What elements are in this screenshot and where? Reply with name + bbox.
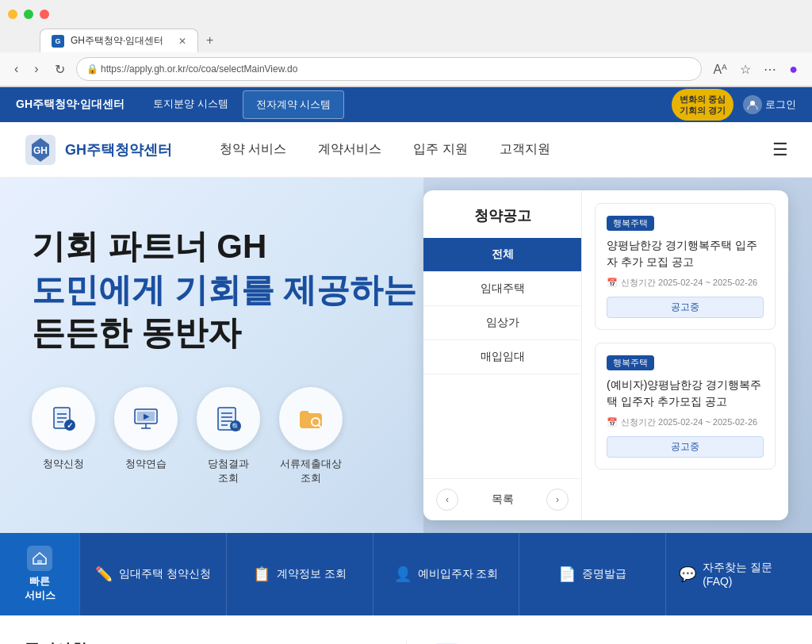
panel-bottom-nav: ‹ 목록 › <box>423 478 581 520</box>
hero-icon-subscription[interactable]: ✓ 청약신청 <box>32 387 95 485</box>
top-nav-contract[interactable]: 전자계약 시스템 <box>243 90 345 119</box>
notice-title-1[interactable]: 양평남한강 경기행복주택 입주자 추가 모집 공고 <box>607 237 764 270</box>
house-icon <box>32 550 48 566</box>
house-guide-icon <box>431 639 462 644</box>
minimize-button[interactable] <box>8 10 17 19</box>
result-icon-circle[interactable]: 🔍 <box>197 387 260 450</box>
quick-item-faq[interactable]: 💬 자주찾는 질문(FAQ) <box>665 533 812 615</box>
main-nav: 청약 서비스 계약서비스 입주 지원 고객지원 <box>220 141 550 158</box>
document-search-icon-label: 서류제출대상 조회 <box>280 457 342 485</box>
hamburger-menu-icon[interactable]: ☰ <box>772 140 788 160</box>
notice-badge-1: 행복주택 <box>607 216 654 231</box>
hero-icon-practice[interactable]: ▶ 청약연습 <box>114 387 178 485</box>
panel-nav-all[interactable]: 전체 <box>423 238 581 272</box>
login-icon <box>743 95 762 114</box>
main-nav-contract[interactable]: 계약서비스 <box>318 141 381 158</box>
right-bottom-section: 입주퇴거 안내 › <box>406 639 789 644</box>
quick-badge-text-line2: 서비스 <box>25 588 56 603</box>
forward-button[interactable]: › <box>29 59 43 79</box>
list-icon: 🔍 <box>214 404 243 433</box>
next-arrow-icon[interactable]: › <box>546 489 569 511</box>
svg-rect-25 <box>37 560 42 564</box>
top-nav-land[interactable]: 토지분양 시스템 <box>140 90 241 119</box>
rental-subscription-icon: ✏️ <box>95 565 113 583</box>
practice-icon-circle[interactable]: ▶ <box>114 387 178 450</box>
svg-text:GH: GH <box>33 145 48 156</box>
top-nav: 토지분양 시스템 전자계약 시스템 <box>140 90 344 119</box>
maximize-button[interactable] <box>24 10 33 19</box>
notice-date-2: 📅 신청기간 2025-02-24 ~ 2025-02-26 <box>607 416 764 428</box>
main-nav-subscription[interactable]: 청약 서비스 <box>220 141 286 158</box>
result-icon-label: 당첨결과 조회 <box>208 457 249 485</box>
address-text: https://apply.gh.or.kr/co/coa/selectMain… <box>101 63 297 75</box>
site-logo: GH GH주택청약센터 <box>24 133 172 167</box>
login-button[interactable]: 로그인 <box>743 95 796 114</box>
tab-favicon: G <box>52 35 64 48</box>
profile-icon[interactable]: ● <box>784 58 802 81</box>
svg-text:✓: ✓ <box>67 421 73 430</box>
panel-nav-rental[interactable]: 임대주택 <box>423 272 581 306</box>
site-top-logo: GH주택청약·임대센터 <box>16 98 124 112</box>
tab-title: GH주택청약·임대센터 <box>71 34 163 48</box>
browser-titlebar <box>0 0 812 29</box>
panel-nav: 전체 임대주택 임상가 매입임대 <box>423 238 581 478</box>
address-bar[interactable]: 🔒 https://apply.gh.or.kr/co/coa/selectMa… <box>76 57 703 81</box>
quick-item-certificate-label: 증명발급 <box>582 567 626 581</box>
quick-badge-text-line1: 빠른 <box>29 574 50 588</box>
new-tab-button[interactable]: + <box>198 29 221 52</box>
main-nav-moveIn[interactable]: 입주 지원 <box>413 141 467 158</box>
move-in-guide[interactable]: 입주퇴거 안내 › <box>431 639 789 644</box>
quick-service-badge: 빠른 서비스 <box>0 533 79 615</box>
quick-item-preresident[interactable]: 👤 예비입주자 조회 <box>373 533 519 615</box>
opportunity-line2: 기회의 경기 <box>680 105 726 116</box>
panel-nav-buy[interactable]: 매입임대 <box>423 340 581 374</box>
opportunity-badge[interactable]: 변화의 중심 기회의 경기 <box>672 89 733 121</box>
lock-icon: 🔒 <box>86 63 98 75</box>
svg-text:▶: ▶ <box>144 412 150 420</box>
notice-card-1: 행복주택 양평남한강 경기행복주택 입주자 추가 모집 공고 📅 신청기간 20… <box>595 203 776 330</box>
quick-item-preresident-label: 예비입주자 조회 <box>418 567 499 581</box>
main-nav-support[interactable]: 고객지원 <box>500 141 550 158</box>
panel-nav-commercial[interactable]: 임상가 <box>423 306 581 340</box>
more-options-icon[interactable]: ⋯ <box>759 58 781 81</box>
prev-arrow-icon[interactable]: ‹ <box>436 489 458 511</box>
reader-view-icon[interactable]: Aᴬ <box>708 58 732 81</box>
faq-icon: 💬 <box>679 565 696 583</box>
quick-badge-icon <box>27 546 52 571</box>
quick-item-rental-label: 임대주택 청약신청 <box>119 567 211 581</box>
quick-item-rental[interactable]: ✏️ 임대주택 청약신청 <box>79 533 226 615</box>
browser-toolbar-icons: Aᴬ ☆ ⋯ ● <box>708 58 802 81</box>
bookmark-icon[interactable]: ☆ <box>735 58 756 81</box>
browser-tab-active[interactable]: G GH주택청약·임대센터 ✕ <box>40 29 198 52</box>
back-button[interactable]: ‹ <box>10 59 23 79</box>
document-search-icon-circle[interactable] <box>279 387 343 450</box>
calendar-icon-2: 📅 <box>607 417 618 427</box>
site-logo-text: GH주택청약센터 <box>65 140 172 159</box>
quick-item-contract[interactable]: 📋 계약정보 조회 <box>226 533 373 615</box>
site-main-header: GH GH주택청약센터 청약 서비스 계약서비스 입주 지원 고객지원 ☰ <box>0 122 812 178</box>
bottom-section: 공지사항 + 입주퇴거 안내 › <box>0 615 812 644</box>
quick-services-bar: 빠른 서비스 ✏️ 임대주택 청약신청 📋 계약정보 조회 👤 예비입주자 조회… <box>0 533 812 615</box>
document-icon: ✓ <box>49 404 78 433</box>
hero-section: 기회 파트너 GH 도민에게 기회를 제공하는 든든한 동반자 ✓ 청약신청 <box>0 178 812 533</box>
notice-status-2: 공고중 <box>607 436 764 458</box>
quick-item-certificate[interactable]: 📄 증명발급 <box>519 533 665 615</box>
panel-left: 청약공고 전체 임대주택 임상가 매입임대 ‹ 목록 › <box>423 190 582 520</box>
folder-search-icon <box>297 404 325 433</box>
svg-text:🔍: 🔍 <box>232 422 241 431</box>
notice-section: 공지사항 + <box>24 639 382 644</box>
hero-icon-document[interactable]: 서류제출대상 조회 <box>279 387 343 485</box>
announcement-panel: 청약공고 전체 임대주택 임상가 매입임대 ‹ 목록 › 행복주택 양평남한강 … <box>423 190 788 520</box>
close-button[interactable] <box>40 10 49 19</box>
browser-window-controls[interactable] <box>8 10 49 19</box>
subscription-icon-circle[interactable]: ✓ <box>32 387 95 450</box>
refresh-button[interactable]: ↻ <box>50 59 70 80</box>
panel-list-button[interactable]: 목록 <box>492 493 514 507</box>
notice-section-plus-icon[interactable]: + <box>373 641 382 644</box>
site-logo-icon: GH <box>24 133 57 167</box>
hero-icon-result[interactable]: 🔍 당첨결과 조회 <box>197 387 260 485</box>
tab-close-icon[interactable]: ✕ <box>178 36 186 47</box>
quick-item-contract-label: 계약정보 조회 <box>277 567 347 581</box>
notice-title-2[interactable]: (예비자)양평남한강 경기행복주택 입주자 추가모집 공고 <box>607 377 764 410</box>
quick-item-faq-label: 자주찾는 질문(FAQ) <box>703 561 799 588</box>
